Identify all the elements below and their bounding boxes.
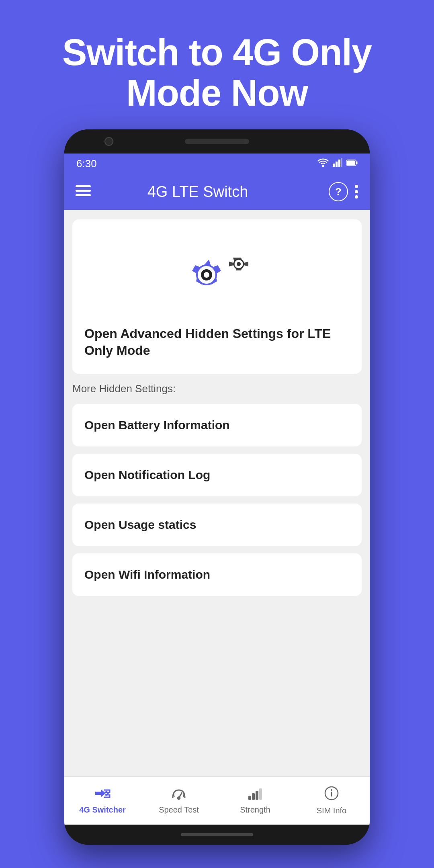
svg-rect-3	[338, 160, 340, 167]
signal-status-icon	[333, 158, 342, 169]
content-scroll: Open Advanced Hidden Settings for LTE On…	[64, 210, 370, 776]
battery-info-card[interactable]: Open Battery Information	[72, 404, 362, 446]
svg-point-11	[355, 185, 358, 188]
promo-title: Switch to 4G Only Mode Now	[24, 32, 410, 113]
svg-point-15	[237, 262, 241, 266]
status-icons	[317, 158, 358, 169]
notification-log-label: Open Notification Log	[84, 468, 210, 481]
promo-header: Switch to 4G Only Mode Now	[0, 0, 434, 129]
bottom-navigation: 4G Switcher Speed Test	[64, 776, 370, 825]
app-content: Open Advanced Hidden Settings for LTE On…	[64, 210, 370, 825]
svg-rect-6	[347, 161, 355, 165]
phone-top-bezel	[64, 129, 370, 154]
svg-point-13	[355, 195, 358, 199]
notification-log-card[interactable]: Open Notification Log	[72, 454, 362, 496]
help-button[interactable]: ?	[329, 182, 348, 201]
switcher-icon	[94, 787, 111, 803]
svg-point-27	[331, 789, 332, 791]
app-title: 4G LTE Switch	[99, 183, 297, 201]
main-settings-card[interactable]: Open Advanced Hidden Settings for LTE On…	[72, 219, 362, 373]
app-bar: 4G LTE Switch ?	[64, 174, 370, 210]
phone-home-bar	[181, 833, 253, 836]
usage-statics-label: Open Usage statics	[84, 518, 196, 531]
phone-frame: 6:30	[64, 129, 370, 845]
siminfo-label: SIM Info	[317, 806, 346, 815]
wifi-info-label: Open Wifi Information	[84, 568, 210, 581]
main-card-title: Open Advanced Hidden Settings for LTE On…	[84, 326, 350, 359]
svg-rect-22	[252, 793, 255, 800]
svg-point-18	[204, 272, 209, 278]
phone-speaker	[185, 139, 249, 144]
svg-point-20	[178, 797, 180, 799]
status-bar: 6:30	[64, 154, 370, 174]
phone-camera	[104, 137, 113, 146]
svg-rect-24	[259, 788, 262, 800]
svg-point-0	[322, 165, 324, 167]
hamburger-menu-icon[interactable]	[76, 183, 91, 200]
svg-rect-9	[76, 190, 91, 192]
svg-rect-21	[248, 796, 251, 800]
svg-point-12	[355, 190, 358, 193]
strength-label: Strength	[240, 805, 270, 815]
battery-info-label: Open Battery Information	[84, 418, 230, 432]
speedtest-label: Speed Test	[159, 805, 199, 815]
nav-item-siminfo[interactable]: SIM Info	[293, 777, 370, 825]
svg-rect-2	[336, 162, 338, 167]
svg-rect-1	[333, 164, 335, 167]
nav-item-strength[interactable]: Strength	[217, 777, 293, 825]
switcher-label: 4G Switcher	[79, 805, 126, 815]
svg-rect-8	[76, 185, 91, 187]
usage-statics-card[interactable]: Open Usage statics	[72, 504, 362, 546]
svg-rect-7	[356, 162, 358, 164]
siminfo-icon	[324, 786, 339, 804]
wifi-status-icon	[317, 158, 329, 169]
gears-illustration	[84, 235, 350, 316]
speedtest-icon	[171, 787, 186, 803]
status-time: 6:30	[76, 158, 97, 170]
wifi-info-card[interactable]: Open Wifi Information	[72, 553, 362, 596]
svg-rect-4	[341, 158, 342, 167]
svg-rect-10	[76, 194, 91, 196]
section-label: More Hidden Settings:	[72, 381, 362, 397]
app-bar-actions: ?	[329, 182, 358, 201]
more-options-button[interactable]	[354, 184, 358, 199]
nav-item-speedtest[interactable]: Speed Test	[141, 777, 217, 825]
phone-bottom-bezel	[64, 825, 370, 845]
nav-item-switcher[interactable]: 4G Switcher	[64, 777, 141, 825]
strength-icon	[248, 787, 263, 803]
svg-rect-23	[256, 791, 258, 800]
battery-status-icon	[346, 158, 358, 169]
